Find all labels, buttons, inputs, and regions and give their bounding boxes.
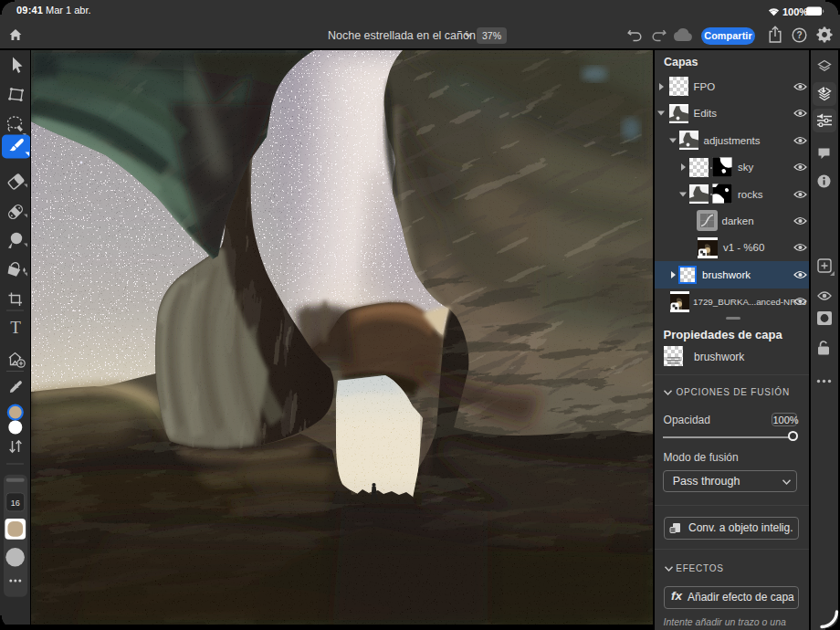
svg-text:T: T (10, 318, 21, 337)
svg-text:?: ? (796, 30, 802, 40)
svg-text:16: 16 (11, 499, 20, 508)
svg-text:100%: 100% (782, 6, 808, 17)
